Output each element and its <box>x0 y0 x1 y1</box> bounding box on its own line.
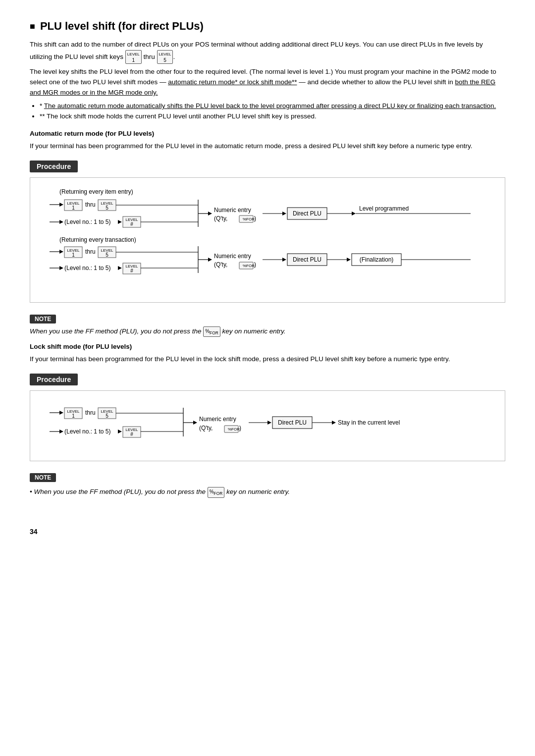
note-2-text: • When you use the FF method (PLU), you … <box>30 487 505 497</box>
svg-marker-49 <box>118 266 122 270</box>
svg-text:(Level no.: 1 to 5): (Level no.: 1 to 5) <box>64 265 110 271</box>
note-bar-1: NOTE <box>30 315 56 324</box>
svg-marker-82 <box>59 430 63 433</box>
svg-marker-72 <box>59 411 63 415</box>
diagram-2: LEVEL 1 thru LEVEL 5 (Level no.: 1 to 5)… <box>30 390 505 461</box>
svg-text:(Q'ty,: (Q'ty, <box>199 425 213 432</box>
diagram-1: (Returning every item entry) LEVEL 1 thr… <box>30 177 505 303</box>
svg-text:Numeric entry: Numeric entry <box>199 416 236 423</box>
svg-marker-21 <box>208 212 212 216</box>
svg-text:): ) <box>254 215 256 222</box>
svg-marker-98 <box>268 421 271 425</box>
auto-return-heading: Automatic return mode (for PLU levels) <box>30 129 505 139</box>
svg-text:5: 5 <box>106 252 108 258</box>
svg-text:#: # <box>130 221 133 227</box>
svg-text:1: 1 <box>72 205 75 211</box>
lock-shift-heading: Lock shift mode (for PLU levels) <box>30 342 505 352</box>
page-title: PLU level shift (for direct PLUs) <box>30 20 505 33</box>
intro-para-2: The level key shifts the PLU level from … <box>30 67 505 98</box>
svg-marker-91 <box>193 421 197 425</box>
svg-text:5: 5 <box>106 205 108 211</box>
svg-text:Direct PLU: Direct PLU <box>293 210 321 217</box>
footnote-2: ** The lock shift mode holds the current… <box>40 111 505 122</box>
svg-text:(Level no.: 1 to 5): (Level no.: 1 to 5) <box>64 428 110 435</box>
auto-return-body: If your terminal has been programmed for… <box>30 141 505 152</box>
svg-marker-56 <box>208 258 212 262</box>
svg-text:(Finalization): (Finalization) <box>360 256 394 263</box>
page-number: 34 <box>30 528 505 536</box>
svg-marker-37 <box>59 250 63 254</box>
svg-marker-28 <box>282 212 286 216</box>
svg-text:Numeric entry: Numeric entry <box>214 207 251 214</box>
diagram-2-svg: LEVEL 1 thru LEVEL 5 (Level no.: 1 to 5)… <box>40 398 495 452</box>
svg-text:%FOR: %FOR <box>228 427 240 432</box>
svg-text:thru: thru <box>85 201 96 208</box>
svg-text:Numeric entry: Numeric entry <box>214 253 251 260</box>
svg-text:#: # <box>130 432 133 437</box>
svg-marker-47 <box>59 266 63 270</box>
svg-text:thru: thru <box>85 409 96 416</box>
svg-text:(Q'ty,: (Q'ty, <box>214 215 227 222</box>
svg-text:Stay in the current level: Stay in the current level <box>338 419 400 426</box>
svg-text:#: # <box>130 268 133 273</box>
note-1-text: When you use the FF method (PLU), you do… <box>30 326 505 337</box>
svg-text:(Q'ty,: (Q'ty, <box>214 261 227 268</box>
svg-text:1: 1 <box>72 413 75 419</box>
note-bar-2: NOTE <box>30 473 56 482</box>
svg-text:Direct PLU: Direct PLU <box>278 419 307 426</box>
intro-para-1: This shift can add to the number of dire… <box>30 40 505 64</box>
svg-text:Direct PLU: Direct PLU <box>293 256 321 263</box>
svg-text:thru: thru <box>85 248 96 255</box>
svg-text:): ) <box>239 425 241 432</box>
svg-text:%FOR: %FOR <box>243 264 255 268</box>
svg-text:(Returning every transaction): (Returning every transaction) <box>59 236 136 243</box>
svg-text:5: 5 <box>106 413 108 419</box>
level-key-1: LEVEL1 <box>125 50 142 64</box>
percent-for-key-1: %FOR <box>203 326 220 337</box>
svg-text:(Returning every item entry): (Returning every item entry) <box>59 188 133 195</box>
svg-marker-2 <box>59 203 63 207</box>
svg-marker-32 <box>352 212 356 216</box>
svg-text:): ) <box>254 261 256 268</box>
procedure-bar-2: Procedure <box>30 374 78 385</box>
level-key-5: LEVEL5 <box>157 50 173 64</box>
procedure-bar-1: Procedure <box>30 161 78 172</box>
svg-text:%FOR: %FOR <box>243 217 255 221</box>
footnote-list: * The automatic return mode automaticall… <box>40 101 505 122</box>
footnote-1: * The automatic return mode automaticall… <box>40 101 505 111</box>
percent-for-key-2: %FOR <box>208 487 225 497</box>
svg-text:(Level no.: 1 to 5): (Level no.: 1 to 5) <box>64 218 110 225</box>
svg-marker-67 <box>347 258 351 262</box>
lock-shift-body: If your terminal has been programmed for… <box>30 354 505 365</box>
diagram-1-svg: (Returning every item entry) LEVEL 1 thr… <box>40 185 495 294</box>
svg-marker-63 <box>282 258 286 262</box>
svg-text:1: 1 <box>72 252 75 258</box>
svg-marker-102 <box>332 421 336 425</box>
svg-text:Level programmed: Level programmed <box>359 205 409 212</box>
svg-marker-84 <box>118 430 122 433</box>
svg-marker-12 <box>59 220 63 224</box>
svg-marker-14 <box>118 220 122 224</box>
